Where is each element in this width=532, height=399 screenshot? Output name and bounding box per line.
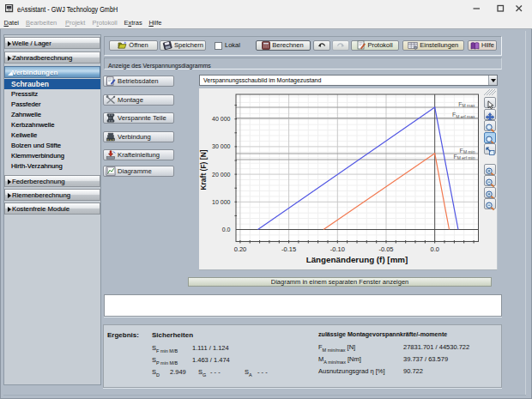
svg-text:20 000: 20 000: [212, 172, 231, 178]
svg-text:-0.10: -0.10: [330, 245, 345, 253]
svg-text:Längenänderung (f) [mm]: Längenänderung (f) [mm]: [306, 255, 408, 264]
svg-text:-0.15: -0.15: [281, 245, 296, 253]
svg-text:40 000: 40 000: [212, 116, 231, 122]
svg-text:Kraft (F) [N]: Kraft (F) [N]: [199, 149, 208, 190]
svg-text:0.0: 0.0: [222, 227, 231, 233]
svg-text:30 000: 30 000: [212, 143, 231, 149]
svg-text:0.0: 0.0: [430, 245, 438, 253]
svg-text:10 000: 10 000: [212, 199, 231, 205]
svg-text:-0.05: -0.05: [378, 245, 393, 253]
svg-text:0.20: 0.20: [234, 245, 247, 253]
